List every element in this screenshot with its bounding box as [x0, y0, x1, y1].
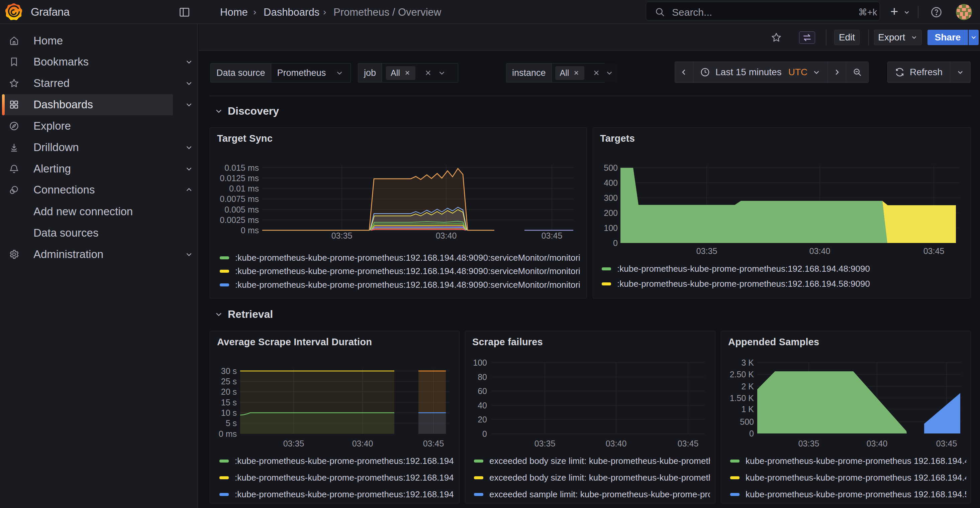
svg-text:0: 0: [613, 238, 618, 248]
svg-text:03:40: 03:40: [810, 246, 830, 256]
svg-text:2 K: 2 K: [741, 382, 754, 391]
svg-text:100: 100: [604, 223, 618, 233]
svg-text:80: 80: [477, 372, 487, 382]
svg-text:40: 40: [477, 401, 487, 410]
svg-text:5 s: 5 s: [226, 418, 237, 428]
svg-text:10 s: 10 s: [221, 408, 237, 418]
svg-text:03:45: 03:45: [678, 439, 699, 448]
svg-text:03:45: 03:45: [423, 439, 444, 448]
svg-text:400: 400: [604, 178, 618, 187]
svg-text:100: 100: [473, 358, 487, 367]
svg-text:60: 60: [477, 386, 487, 396]
svg-text:0 ms: 0 ms: [219, 429, 237, 438]
svg-text:03:40: 03:40: [352, 439, 373, 448]
svg-text:30 s: 30 s: [221, 366, 237, 376]
svg-text:20 s: 20 s: [221, 387, 237, 396]
svg-text:0 ms: 0 ms: [241, 225, 259, 235]
svg-text:200: 200: [604, 208, 618, 217]
svg-text:0.005 ms: 0.005 ms: [224, 205, 259, 214]
svg-text:03:45: 03:45: [923, 246, 945, 256]
svg-text:0: 0: [749, 429, 754, 438]
svg-text:03:40: 03:40: [606, 439, 627, 448]
svg-text:03:35: 03:35: [696, 246, 718, 256]
svg-text:1.50 K: 1.50 K: [730, 394, 754, 403]
svg-text:03:45: 03:45: [541, 231, 563, 240]
svg-text:500: 500: [740, 417, 754, 427]
svg-text:15 s: 15 s: [221, 398, 237, 407]
svg-text:03:45: 03:45: [936, 439, 957, 448]
svg-text:25 s: 25 s: [221, 377, 237, 386]
svg-text:0.0075 ms: 0.0075 ms: [220, 194, 259, 203]
svg-text:0.0025 ms: 0.0025 ms: [220, 215, 259, 225]
svg-text:03:35: 03:35: [331, 231, 353, 240]
svg-text:0.0125 ms: 0.0125 ms: [220, 173, 259, 183]
svg-text:500: 500: [604, 163, 618, 173]
svg-text:03:40: 03:40: [867, 439, 888, 448]
svg-text:1 K: 1 K: [741, 405, 754, 414]
svg-text:03:35: 03:35: [283, 439, 304, 448]
svg-text:0: 0: [482, 429, 487, 438]
svg-text:2.50 K: 2.50 K: [730, 370, 754, 379]
svg-text:20: 20: [477, 415, 487, 424]
svg-text:3 K: 3 K: [741, 358, 754, 367]
svg-text:03:40: 03:40: [436, 231, 457, 240]
svg-text:0.01 ms: 0.01 ms: [229, 184, 259, 193]
svg-text:03:35: 03:35: [535, 439, 555, 448]
svg-text:300: 300: [604, 193, 618, 203]
svg-text:03:35: 03:35: [799, 439, 819, 448]
svg-text:0.015 ms: 0.015 ms: [224, 163, 259, 173]
